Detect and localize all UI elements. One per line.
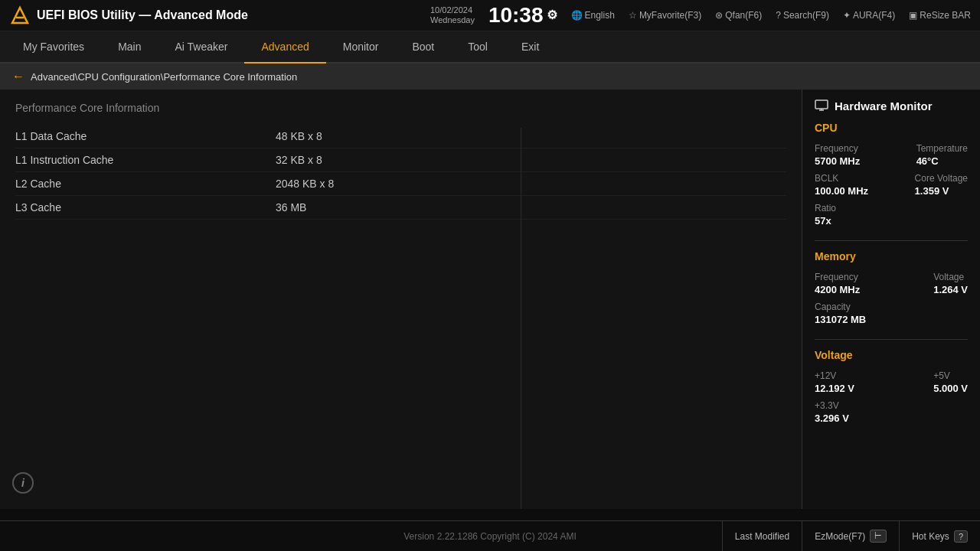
bottom-right-controls: Last Modified EzMode(F7) ⊢ Hot Keys ?	[722, 521, 980, 551]
aura-btn[interactable]: ✦ AURA(F4)	[843, 10, 895, 21]
hw-monitor-panel: Hardware Monitor CPU Frequency 5700 MHz …	[802, 90, 980, 509]
metric-label: Voltage	[933, 272, 968, 282]
hw-metric-ratio: Ratio 57x	[815, 203, 836, 227]
table-row: L1 Instruction Cache 32 KB x 8	[15, 148, 786, 172]
metric-value: 57x	[815, 215, 836, 227]
nav-ai-tweaker[interactable]: Ai Tweaker	[158, 31, 244, 62]
hw-row: Ratio 57x	[815, 203, 968, 227]
metric-label: BCLK	[815, 173, 868, 184]
ez-mode-label: EzMode(F7)	[815, 531, 865, 542]
metric-value: 5.000 V	[933, 383, 968, 394]
metric-label: Capacity	[815, 302, 866, 312]
hw-section-memory: Memory Frequency 4200 MHz Voltage 1.264 …	[815, 250, 968, 325]
hw-row: Frequency 5700 MHz Temperature 46°C	[815, 143, 968, 167]
hw-row: Frequency 4200 MHz Voltage 1.264 V	[815, 272, 968, 295]
navigation-bar: My Favorites Main Ai Tweaker Advanced Mo…	[0, 31, 980, 64]
logo-area: UEFI BIOS Utility — Advanced Mode	[9, 5, 248, 26]
main-panel: Performance Core Information L1 Data Cac…	[0, 90, 802, 509]
metric-label: Ratio	[815, 203, 836, 214]
hw-metric-12v: +12V 12.192 V	[815, 370, 854, 394]
content-divider	[521, 128, 521, 509]
hw-metric-bclk: BCLK 100.00 MHz	[815, 173, 868, 197]
info-icon[interactable]: i	[12, 472, 34, 494]
datetime-block: 10/02/2024 Wednesday	[430, 5, 475, 25]
row-label: L1 Instruction Cache	[15, 154, 276, 166]
breadcrumb: ← Advanced\CPU Configuration\Performance…	[0, 64, 980, 90]
metric-value: 131072 MB	[815, 314, 866, 325]
hot-keys-btn[interactable]: Hot Keys ?	[899, 521, 980, 551]
metric-value: 4200 MHz	[815, 284, 860, 295]
hw-metric-core-voltage: Core Voltage 1.359 V	[915, 173, 968, 197]
metric-label: Frequency	[815, 272, 860, 282]
nav-advanced[interactable]: Advanced	[244, 31, 325, 64]
hw-row: +12V 12.192 V +5V 5.000 V	[815, 370, 968, 394]
metric-value: 12.192 V	[815, 383, 854, 394]
metric-label: +12V	[815, 370, 854, 381]
last-modified-label: Last Modified	[735, 531, 789, 542]
metric-value: 46°C	[916, 155, 968, 167]
hw-metric-mem-frequency: Frequency 4200 MHz	[815, 272, 860, 295]
aura-icon: ✦	[843, 10, 851, 21]
table-row: L1 Data Cache 48 KB x 8	[15, 125, 786, 148]
hot-keys-key-icon: ?	[954, 530, 968, 543]
nav-tool[interactable]: Tool	[451, 31, 505, 62]
hw-monitor-header: Hardware Monitor	[815, 99, 968, 112]
metric-value: 1.264 V	[933, 284, 968, 295]
row-value: 2048 KB x 8	[276, 178, 334, 190]
last-modified-btn[interactable]: Last Modified	[722, 521, 802, 551]
asus-logo-icon	[9, 5, 31, 26]
language-btn[interactable]: 🌐 English	[571, 10, 615, 21]
date-display: 10/02/2024	[430, 5, 475, 15]
hw-divider	[815, 339, 968, 340]
row-value: 32 KB x 8	[276, 154, 322, 166]
resize-icon: ▣	[909, 10, 917, 21]
search-icon: ?	[776, 10, 781, 21]
fan-icon: ⊛	[715, 10, 723, 21]
my-favorite-btn[interactable]: ☆ MyFavorite(F3)	[629, 10, 701, 21]
globe-icon: 🌐	[571, 10, 583, 21]
nav-monitor[interactable]: Monitor	[326, 31, 396, 62]
hw-metric-5v: +5V 5.000 V	[933, 370, 968, 394]
metric-label: +5V	[933, 370, 968, 381]
search-btn[interactable]: ? Search(F9)	[776, 10, 829, 21]
time-display: 10:38⚙	[488, 5, 557, 26]
hw-row: Capacity 131072 MB	[815, 302, 968, 325]
hw-section-cpu: CPU Frequency 5700 MHz Temperature 46°C …	[815, 122, 968, 227]
svg-marker-0	[12, 8, 28, 23]
content-area: Performance Core Information L1 Data Cac…	[0, 90, 980, 509]
table-row: L3 Cache 36 MB	[15, 196, 786, 220]
hw-row: BCLK 100.00 MHz Core Voltage 1.359 V	[815, 173, 968, 197]
metric-label: Temperature	[916, 143, 968, 154]
star-icon: ☆	[629, 10, 637, 21]
hw-metric-capacity: Capacity 131072 MB	[815, 302, 866, 325]
hot-keys-label: Hot Keys	[912, 531, 949, 542]
monitor-icon	[815, 99, 828, 112]
metric-label: +3.3V	[815, 400, 849, 411]
info-table: L1 Data Cache 48 KB x 8 L1 Instruction C…	[15, 125, 786, 220]
back-arrow-icon[interactable]: ←	[12, 70, 24, 83]
hw-divider	[815, 240, 968, 241]
metric-value: 3.296 V	[815, 412, 849, 424]
resize-bar-btn[interactable]: ▣ ReSize BAR	[909, 10, 971, 21]
nav-main[interactable]: Main	[101, 31, 158, 62]
gear-icon: ⚙	[547, 9, 557, 21]
row-value: 48 KB x 8	[276, 130, 322, 142]
day-display: Wednesday	[430, 15, 475, 25]
hw-monitor-title: Hardware Monitor	[835, 99, 933, 112]
svg-rect-2	[815, 100, 828, 109]
header-bar: UEFI BIOS Utility — Advanced Mode 10/02/…	[0, 0, 980, 31]
hw-voltage-title: Voltage	[815, 349, 968, 364]
section-title: Performance Core Information	[15, 102, 786, 114]
metric-value: 100.00 MHz	[815, 185, 868, 197]
row-value: 36 MB	[276, 201, 306, 214]
qfan-btn[interactable]: ⊛ Qfan(F6)	[715, 10, 762, 21]
nav-my-favorites[interactable]: My Favorites	[6, 31, 101, 62]
row-label: L1 Data Cache	[15, 130, 276, 142]
table-row: L2 Cache 2048 KB x 8	[15, 172, 786, 196]
hw-metric-mem-voltage: Voltage 1.264 V	[933, 272, 968, 295]
ez-mode-btn[interactable]: EzMode(F7) ⊢	[802, 521, 899, 551]
nav-boot[interactable]: Boot	[395, 31, 451, 62]
app-title: UEFI BIOS Utility — Advanced Mode	[37, 8, 248, 22]
hw-metric-3v3: +3.3V 3.296 V	[815, 400, 849, 424]
nav-exit[interactable]: Exit	[505, 31, 556, 62]
